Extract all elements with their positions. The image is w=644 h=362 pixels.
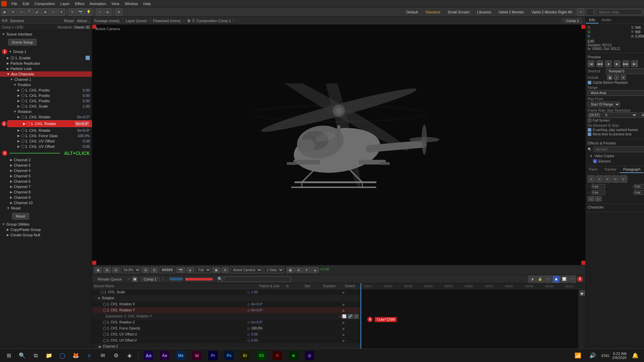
channel1-toggle[interactable]: ▼ Channel 1	[0, 77, 92, 82]
timeline-search-icon[interactable]: 🔍	[217, 277, 223, 282]
menu-help[interactable]: Help	[141, 1, 154, 6]
tl-lock[interactable]: 🔒	[536, 276, 544, 283]
align-center[interactable]: ≡	[596, 175, 603, 183]
reset-section-toggle[interactable]: ▼ Reset	[0, 205, 92, 211]
shortcut-select[interactable]: Numpad 0	[606, 68, 644, 74]
uv-offset-v-value[interactable]: 0.00	[83, 144, 90, 148]
vc-camera-icon[interactable]: 📷	[176, 267, 185, 273]
taskbar-ps[interactable]: Ps	[222, 350, 236, 362]
preview-stop[interactable]: ■	[605, 60, 612, 67]
preview-next[interactable]: ▶▶	[623, 60, 629, 67]
tl-rot-z-value[interactable]: 0x+0.0°	[251, 320, 278, 324]
menu-edit[interactable]: Edit	[20, 1, 32, 6]
menu-effect[interactable]: Effect	[72, 1, 87, 6]
space-before-input[interactable]	[634, 184, 644, 189]
scene-setup-button[interactable]: Scene Setup	[8, 39, 37, 46]
fullscreen-checkbox[interactable]	[588, 119, 591, 122]
tab-tracker[interactable]: Tracker	[601, 166, 620, 173]
paragraph-extra-btn2[interactable]: ▷	[595, 196, 602, 201]
toolbar-clone[interactable]: ◈	[42, 8, 49, 16]
workspace-default[interactable]: Default	[404, 9, 421, 15]
taskbar-network[interactable]: 📶	[572, 350, 584, 362]
taskbar-file-explorer[interactable]: 📁	[43, 350, 55, 362]
tl-rot-y-stopwatch[interactable]: ◷	[247, 309, 250, 312]
channel4-toggle[interactable]: ▶ Channel 4	[0, 168, 92, 173]
tl-expression-warn[interactable]: ⚠	[354, 314, 359, 319]
channel5-toggle[interactable]: ▶ Channel 5	[0, 173, 92, 179]
channel6-toggle[interactable]: ▶ Channel 6	[0, 179, 92, 184]
uv-offset-u-value[interactable]: 0.00	[83, 139, 90, 143]
paragraph-extra-btn1[interactable]: ◁	[588, 196, 594, 201]
scene-interface-toggle[interactable]: ▼ Scene Interface	[0, 32, 92, 37]
group-utilities-toggle[interactable]: ▼ Group Utilities	[0, 222, 92, 227]
menu-composition[interactable]: Composition	[32, 1, 58, 6]
taskbar-search[interactable]: 🔍	[16, 350, 28, 362]
scale-value[interactable]: 1.00	[83, 104, 90, 108]
indent-after-input[interactable]	[592, 190, 605, 195]
copy-paste-toggle[interactable]: ▶ Copy/Paste Group	[0, 227, 92, 232]
workspace-expand[interactable]: »	[577, 8, 584, 16]
tl-uv-v-stopwatch[interactable]: ◷	[247, 339, 250, 342]
tl-uv-u-stopwatch[interactable]: ◷	[247, 333, 250, 336]
toolbar-shape[interactable]: ▭	[17, 8, 25, 16]
workspace-small-screen[interactable]: Small Screen	[445, 9, 472, 15]
expression-value-box[interactable]: time*2500	[375, 317, 397, 322]
taskbar-task-view[interactable]: ⧉	[30, 350, 42, 362]
vc-draft[interactable]: ◈	[186, 267, 194, 273]
range-select[interactable]: Work Area	[588, 90, 644, 96]
tl-rot-x-value[interactable]: 0x+0.0°	[251, 302, 278, 306]
toolbar-mask[interactable]: ⬡	[96, 8, 103, 16]
align-left[interactable]: ≡	[588, 175, 595, 183]
tab-paint[interactable]: Paint	[586, 166, 601, 173]
particle-look-toggle[interactable]: ▶ Particle Look	[0, 66, 92, 71]
channel9-toggle[interactable]: ▶ Channel 9	[0, 195, 92, 200]
tl-rotation-arrow[interactable]: ▼	[98, 297, 101, 300]
vc-toggle-overlay[interactable]: ⊞	[103, 267, 111, 273]
menu-view[interactable]: View	[109, 1, 122, 6]
preview-play[interactable]: ▶	[614, 60, 621, 67]
tl-rot-y-value[interactable]: 0x+0.0°	[251, 308, 278, 312]
taskbar-ie[interactable]: e	[83, 350, 95, 362]
workspace-vahid2[interactable]: Vahid 2 Monitor	[496, 9, 527, 15]
rot-x-value[interactable]: 0x+0.0°	[77, 115, 90, 119]
skip-select[interactable]: 0	[602, 112, 638, 118]
vc-region-select[interactable]: ▣	[212, 267, 220, 273]
pos-z-value[interactable]: 0.00	[83, 99, 90, 103]
tl-ch2-arrow[interactable]: ▶	[99, 345, 101, 348]
taskbar-email[interactable]: ✉	[97, 350, 109, 362]
preview-last[interactable]: ▶|	[631, 60, 638, 67]
render-queue-tab[interactable]: Render Queue	[94, 277, 125, 282]
taskbar-unknown3[interactable]: ⊗	[302, 350, 317, 362]
tl-chart[interactable]: 📊	[560, 276, 568, 283]
pos-y-value[interactable]: 0.00	[83, 94, 90, 98]
taskbar-spin3d[interactable]: S3	[254, 350, 269, 362]
taskbar-ae-app[interactable]: Ae	[141, 350, 156, 362]
tl-force-opacity-stopwatch[interactable]: ◷	[247, 327, 250, 330]
vc-view-count-dropdown[interactable]: 1 View	[264, 267, 284, 273]
tl-solo[interactable]: ◑	[528, 276, 536, 283]
vc-quality-dropdown[interactable]: Full	[195, 267, 211, 273]
reset-button[interactable]: Reset	[64, 19, 74, 23]
position-toggle[interactable]: ▼ Position	[0, 82, 92, 87]
taskbar-media-encoder[interactable]: Me	[173, 350, 188, 362]
rotation-toggle[interactable]: ▼ Rotation	[0, 109, 92, 114]
taskbar-control-panel[interactable]: ⚙	[110, 350, 122, 362]
vc-flow-toggle[interactable]: ⊕	[295, 267, 302, 273]
align-justify-all[interactable]: ≡	[620, 175, 627, 183]
vc-render-toggle[interactable]: ▣	[286, 267, 294, 273]
tl-curves[interactable]: 〰	[569, 276, 576, 283]
taskbar-firefox[interactable]: 🦊	[70, 350, 82, 362]
vc-zoom-dropdown[interactable]: 54.9%	[121, 267, 141, 273]
search-input[interactable]	[596, 9, 643, 15]
workspace-libraries[interactable]: Libraries	[474, 9, 494, 15]
cache-before-checkbox[interactable]	[588, 81, 591, 84]
about-button[interactable]: About...	[77, 19, 90, 23]
toolbar-snap[interactable]: ⊕	[115, 8, 122, 16]
aux-channels-toggle[interactable]: ▼ Aux Channels	[0, 71, 92, 77]
toolbar-text[interactable]: T	[25, 8, 33, 16]
tl-uv-u-value[interactable]: 0.00	[251, 333, 278, 336]
preview-prev[interactable]: ◀◀	[596, 60, 603, 67]
align-justify[interactable]: ≡	[612, 175, 619, 183]
taskbar-chrome[interactable]: ◯	[56, 350, 68, 362]
menu-animation[interactable]: Animation	[87, 1, 109, 6]
